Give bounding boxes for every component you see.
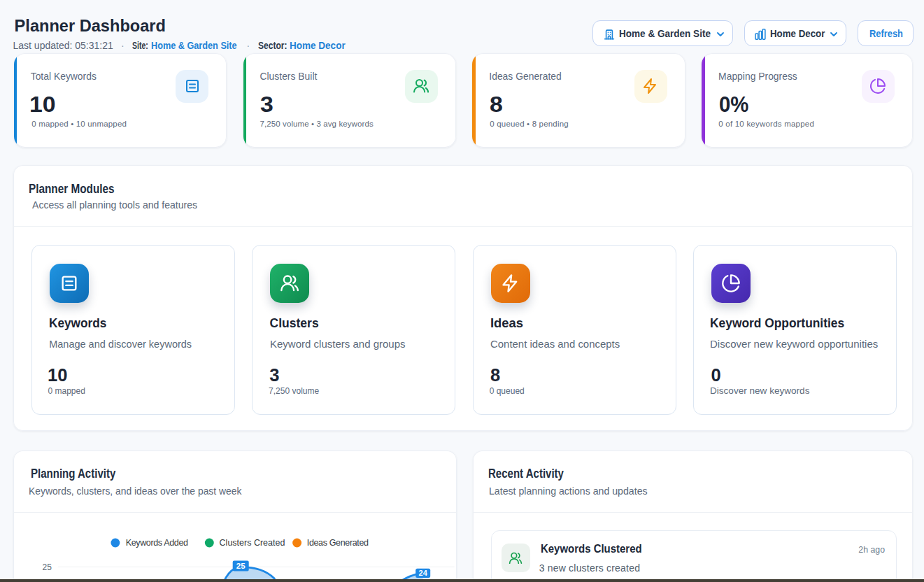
svg-text:Ideas Generated: Ideas Generated [307,538,369,548]
svg-text:Keywords Added: Keywords Added [126,538,188,548]
svg-text:25: 25 [236,562,246,570]
svg-text:24: 24 [419,569,428,577]
svg-text:Clusters Created: Clusters Created [220,538,285,548]
svg-text:25: 25 [43,562,52,572]
